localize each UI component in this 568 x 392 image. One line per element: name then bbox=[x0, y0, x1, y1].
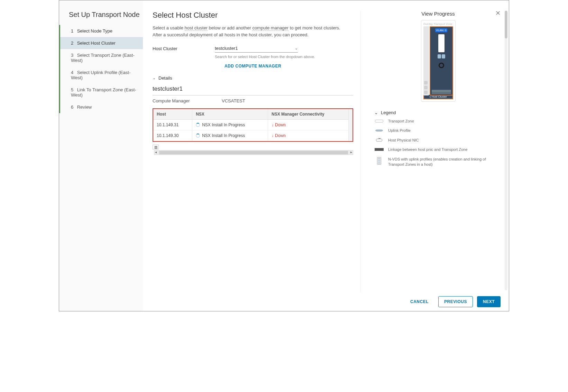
hosts-table: Host NSX NSX Manager Connectivity 10.1.1… bbox=[153, 109, 348, 141]
legend-list: Transport Zone Uplink Profile Host Physi… bbox=[374, 119, 502, 167]
col-nsx[interactable]: NSX bbox=[192, 109, 268, 120]
compute-manager-value: VCSATEST bbox=[222, 98, 245, 103]
transport-zone-icon bbox=[375, 120, 383, 122]
step-select-uplink-profile[interactable]: 4 Select Uplink Profile (East-West) bbox=[60, 66, 143, 84]
cluster-name: testcluster1 bbox=[153, 85, 353, 95]
cell-connectivity: ↓Down bbox=[268, 120, 349, 130]
chevron-down-icon: ⌄ bbox=[295, 46, 298, 51]
cell-host: 10.1.149.31 bbox=[153, 120, 192, 130]
host-cluster-label: Host Cluster bbox=[153, 46, 215, 51]
host-cluster-helper: Search for or select Host Cluster from t… bbox=[215, 55, 353, 59]
step-select-node-type[interactable]: 1 Select Node Type bbox=[60, 25, 143, 37]
chevron-down-icon: ⌄ bbox=[153, 76, 156, 80]
compute-manager-term: compute manager bbox=[252, 25, 288, 31]
step-review[interactable]: 6 Review bbox=[60, 101, 143, 113]
legend-item: Uplink Profile bbox=[374, 128, 502, 133]
cell-nsx: NSX Install In Progress bbox=[192, 120, 268, 130]
wizard-footer: CANCEL PREVIOUS NEXT bbox=[143, 292, 509, 311]
page-description: Select a usable host cluster below or ad… bbox=[153, 25, 346, 38]
host-cluster-value: testcluster1 bbox=[215, 46, 238, 51]
cell-host: 10.1.149.30 bbox=[153, 130, 192, 141]
legend-item: N-VDS with uplink profiles (enables crea… bbox=[374, 157, 502, 167]
next-button[interactable]: NEXT bbox=[477, 296, 501, 307]
col-connectivity[interactable]: NSX Manager Connectivity bbox=[268, 109, 349, 120]
col-host[interactable]: Host bbox=[153, 109, 192, 120]
details-toggle[interactable]: ⌄ Details bbox=[153, 75, 353, 81]
compute-manager-label: Compute Manager bbox=[153, 98, 222, 103]
spinner-icon bbox=[196, 134, 200, 138]
wizard-title: Set Up Transport Node bbox=[59, 11, 143, 25]
step-select-transport-zone[interactable]: 3 Select Transport Zone (East-West) bbox=[60, 49, 143, 66]
legend-toggle[interactable]: ⌄ Legend bbox=[374, 110, 502, 115]
wizard-dialog: Set Up Transport Node 1 Select Node Type… bbox=[59, 0, 509, 311]
step-link-to-transport-zone[interactable]: 5 Link To Transport Zone (East-West) bbox=[60, 84, 143, 101]
table-horizontal-scrollbar[interactable] bbox=[154, 150, 353, 155]
close-icon[interactable]: ✕ bbox=[495, 9, 501, 17]
diagram-zone-label: Overlay Transport Zone bbox=[423, 22, 453, 26]
down-arrow-icon: ↓ bbox=[272, 133, 274, 138]
down-arrow-icon: ↓ bbox=[272, 122, 274, 127]
view-progress-title: View Progress bbox=[374, 11, 502, 17]
host-cluster-term: host cluster bbox=[185, 25, 208, 31]
table-row[interactable]: 10.1.149.30 NSX Install In Progress ↓Dow… bbox=[153, 130, 348, 141]
progress-diagram: Overlay Transport Zone VLAN: 0 bbox=[421, 20, 456, 102]
wizard-steps: 1 Select Node Type 2 Select Host Cluster… bbox=[60, 25, 143, 113]
cancel-button[interactable]: CANCEL bbox=[405, 297, 434, 307]
host-nic-icon bbox=[376, 139, 382, 142]
hosts-table-highlight: Host NSX NSX Manager Connectivity 10.1.1… bbox=[153, 108, 353, 142]
wizard-sidebar: Set Up Transport Node 1 Select Node Type… bbox=[59, 0, 143, 311]
uplink-profile-icon bbox=[375, 129, 383, 131]
main-scrollbar[interactable] bbox=[505, 11, 507, 290]
legend-item: Host Physical NIC bbox=[374, 138, 502, 143]
host-cluster-select[interactable]: testcluster1 ⌄ bbox=[215, 44, 298, 53]
linkage-icon bbox=[375, 148, 384, 151]
step-select-host-cluster[interactable]: 2 Select Host Cluster bbox=[60, 37, 143, 49]
cell-nsx: NSX Install In Progress bbox=[192, 130, 268, 141]
table-vertical-scrollbar[interactable] bbox=[348, 109, 352, 141]
right-pane: View Progress Overlay Transport Zone VLA… bbox=[360, 11, 502, 311]
diagram-host-cluster: VLAN: 0 bbox=[430, 26, 453, 95]
legend-item: Transport Zone bbox=[374, 119, 502, 124]
column-picker-icon[interactable]: ▥ bbox=[153, 145, 159, 149]
wizard-main: ✕ Select Host Cluster Select a usable ho… bbox=[143, 0, 509, 311]
spinner-icon bbox=[196, 123, 200, 127]
ring-icon bbox=[439, 63, 444, 68]
page-title: Select Host Cluster bbox=[153, 11, 353, 20]
diagram-left-column bbox=[423, 26, 429, 95]
vlan-badge: VLAN: 0 bbox=[435, 28, 448, 32]
table-row[interactable]: 10.1.149.31 NSX Install In Progress ↓Dow… bbox=[153, 120, 348, 130]
cell-connectivity: ↓Down bbox=[268, 130, 349, 141]
legend-item: Linkage between host pnic and Transport … bbox=[374, 147, 502, 152]
chevron-down-icon: ⌄ bbox=[374, 110, 378, 115]
previous-button[interactable]: PREVIOUS bbox=[438, 296, 473, 307]
add-compute-manager-link[interactable]: ADD COMPUTE MANAGER bbox=[153, 64, 353, 69]
nvds-icon bbox=[377, 157, 381, 165]
